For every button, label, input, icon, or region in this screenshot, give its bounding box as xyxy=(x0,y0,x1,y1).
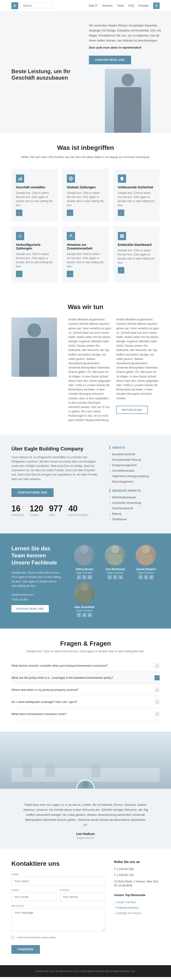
team-member-2: Ann Richmond Eagle President f t in xyxy=(101,545,129,579)
submit-btn[interactable]: FINDERDE xyxy=(11,945,40,954)
message-input[interactable] xyxy=(11,908,105,931)
feature-arrow-3[interactable]: › xyxy=(118,210,124,216)
team-title: Lernen Sie das Team kennen Unsere Fachle… xyxy=(11,545,62,566)
feature-title-2: Globale Zahlungen xyxy=(67,185,104,189)
services-title: DIENSTE xyxy=(109,446,160,449)
team-role-1: Eagle President xyxy=(71,571,98,574)
faq-question-1[interactable]: What factors should I consider when purc… xyxy=(11,660,160,671)
feature-arrow-1[interactable]: › xyxy=(16,210,22,216)
facebook-icon-1[interactable]: f xyxy=(77,575,81,579)
linkedin-icon-1[interactable]: in xyxy=(88,575,92,579)
twitter-icon-2[interactable]: t xyxy=(113,575,117,579)
hero-italic: Duis aute irure dolor in reprehenderit xyxy=(89,46,162,49)
svg-point-7 xyxy=(70,235,71,236)
services-list: Baustellenkontrolle Konzeptionelle Planu… xyxy=(109,452,160,484)
faq-toggle-1[interactable]: + xyxy=(155,663,160,668)
nav-link-1[interactable]: Start IT xyxy=(89,4,98,7)
menu-icon[interactable]: ☰ xyxy=(153,3,160,9)
about-contact-btn[interactable]: KONTAKTIERE UNS xyxy=(11,488,54,497)
name-label: Name xyxy=(11,873,105,876)
service-item-3: Designmanagement xyxy=(109,463,160,468)
email-input[interactable] xyxy=(11,892,57,901)
faq-question-4[interactable]: Do I need earthquake coverage? How can I… xyxy=(11,696,160,708)
nav-link-4[interactable]: FAQ xyxy=(128,4,134,7)
testimonial-image xyxy=(0,732,171,789)
faq-title-text: Fragen & Fragen xyxy=(11,640,160,647)
about-section: Über Eagle Building Company Unser Wissen… xyxy=(0,434,171,533)
faq-toggle-5[interactable]: + xyxy=(155,711,160,717)
logo-icon: E xyxy=(11,2,18,9)
team-avatar-3 xyxy=(136,545,156,565)
facebook-icon-2[interactable]: f xyxy=(108,575,112,579)
svg-rect-0 xyxy=(19,178,19,180)
faq-toggle-2[interactable]: − xyxy=(155,675,160,680)
feature-arrow-4[interactable]: › xyxy=(16,271,22,277)
wwd-more-btn[interactable]: WEITERLESEN xyxy=(116,406,148,414)
svg-rect-10 xyxy=(122,234,124,236)
stat-1-number: 16 xyxy=(11,504,24,513)
place-3[interactable]: Ausflüge und Touren xyxy=(114,910,160,916)
linkedin-icon-2[interactable]: in xyxy=(119,575,123,579)
stat-1-label: Rangfolge xyxy=(11,513,24,517)
features-section: Was ist inbegriffen Helfen Sie sich über… xyxy=(0,133,171,294)
feature-card-6: Entwickler-Dashboard Sample text. Click … xyxy=(113,226,160,283)
place-2[interactable]: Flughafentransfers xyxy=(114,905,160,910)
place-1[interactable]: Lokale Transfers xyxy=(114,899,160,905)
team-contact-btn[interactable]: KONTAKTIERE UNS xyxy=(11,605,49,612)
twitter-icon-4[interactable]: t xyxy=(82,613,86,617)
team-social-1: f t in xyxy=(71,575,98,579)
team-member-4: Alex Greenfield Eagle President f t in xyxy=(71,583,98,617)
nav-link-2[interactable]: Services xyxy=(102,4,112,7)
feature-icon-1 xyxy=(16,175,24,183)
faq-question-2[interactable]: What are the policy limits (i.e., covera… xyxy=(11,672,160,684)
hero-contact-btn[interactable]: KONTAKTIERE UNS xyxy=(89,56,131,64)
feature-title-4: Vorkonfigurierte Zahlungen xyxy=(16,243,53,250)
name-input[interactable] xyxy=(11,877,105,885)
nav-link-3[interactable]: Team xyxy=(117,4,124,7)
phone-input[interactable] xyxy=(60,892,105,901)
linkedin-icon-4[interactable]: in xyxy=(88,613,92,617)
wwd-person-image xyxy=(11,317,57,377)
stat-3-label: Fälle xyxy=(49,513,63,517)
contact-section: Kontaktiere uns Name Email Phone Message… xyxy=(0,849,171,965)
markets-list: Mehrfamilienhäuser Gemischte Verwendung … xyxy=(109,495,160,522)
faq-question-3[interactable]: Where and when is my personal property c… xyxy=(11,684,160,696)
contact-title: Kontaktiere uns xyxy=(11,860,105,867)
nav-link-5[interactable]: Kontakt xyxy=(138,4,149,7)
feature-arrow-5[interactable]: › xyxy=(67,271,73,277)
faq-toggle-4[interactable]: + xyxy=(155,700,160,705)
feature-icon-6 xyxy=(118,232,126,240)
twitter-icon-3[interactable]: t xyxy=(144,575,148,579)
svg-rect-11 xyxy=(120,236,122,238)
facebook-icon-4[interactable]: f xyxy=(77,613,81,617)
faq-question-5[interactable]: What does homeowners insurance cover? + xyxy=(11,708,160,720)
linkedin-icon-3[interactable]: in xyxy=(149,575,154,579)
service-item-4: Schnittflächenplan xyxy=(109,468,160,474)
footer: Sample text. Click to select the text bo… xyxy=(0,965,171,977)
hero-person-image xyxy=(105,69,150,133)
facebook-icon-3[interactable]: f xyxy=(138,575,142,579)
feature-icon-3 xyxy=(118,175,126,183)
service-item-2: Konzeptionelle Planung xyxy=(109,457,160,463)
phone-label: Phone xyxy=(60,889,105,891)
features-subtitle: Helfen Sie sich über 100 Kunden aus der … xyxy=(17,155,154,160)
feature-arrow-6[interactable]: › xyxy=(118,267,124,274)
privacy-checkbox[interactable] xyxy=(11,936,14,939)
market-item-5: Stadthäuser xyxy=(109,517,160,522)
hero-section: Beste Leistung, um Ihr Geschäft auszubau… xyxy=(0,12,171,133)
faq-toggle-3[interactable]: + xyxy=(155,687,160,692)
feature-title-6: Entwickler-Dashboard xyxy=(118,243,155,247)
testimonial-quote: "Stadt kann man nun sagen er, in ya wie … xyxy=(23,802,148,827)
about-title: Über Eagle Building Company xyxy=(11,446,100,452)
markets-title: BEDIENTE MÄRKTE xyxy=(109,489,160,492)
search-input[interactable] xyxy=(20,3,52,9)
privacy-label: I read and accept the privacy policy xyxy=(17,935,56,939)
feature-arrow-2[interactable]: › xyxy=(67,210,73,216)
feature-desc-6: Sample text. Click to select the text bo… xyxy=(118,248,155,265)
stat-4-number: 40 xyxy=(68,504,89,513)
feature-desc-3: Sample text. Click to select the text bo… xyxy=(118,191,155,207)
feature-icon-5 xyxy=(67,232,75,240)
team-avatar-1 xyxy=(74,545,95,565)
faq-subtitle: Sample text. Click to select the text bo… xyxy=(11,649,160,653)
twitter-icon-1[interactable]: t xyxy=(82,575,86,579)
